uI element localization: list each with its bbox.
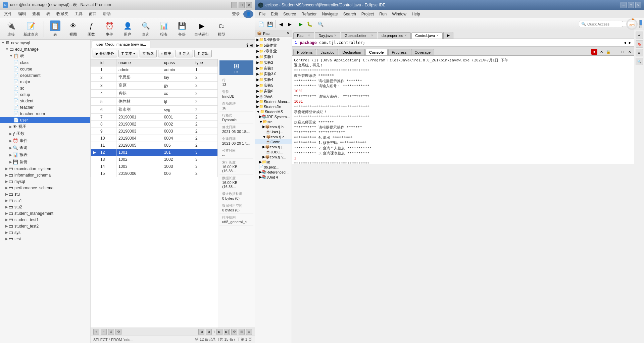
user-button[interactable]: 👤 用户 — [119, 19, 136, 38]
outline-button[interactable]: ≡ — [636, 49, 643, 56]
tree-table-teacher-room[interactable]: 📄 teacher_room — [0, 110, 90, 117]
cell-type[interactable]: 2 — [193, 128, 218, 135]
report-button[interactable]: 📊 报表 — [155, 19, 172, 38]
pkg-db-properties[interactable]: 📄 db.prop... — [255, 164, 292, 169]
table-row[interactable]: 7 20190001 0001 2 — [91, 114, 218, 121]
tree-db-stu2[interactable]: ▶ 🗃 stu2 — [0, 204, 90, 210]
nav-settings-button[interactable]: ⚙ — [115, 329, 121, 335]
pkg-com-tjl-b[interactable]: ▶ 📦 com.tjl.b... — [255, 124, 292, 129]
tree-db-information-schema[interactable]: ▶ 🗃 information_schema — [0, 172, 90, 178]
tree-table-major[interactable]: 📄 major — [0, 79, 90, 85]
tree-queries-node[interactable]: ▶ 🔍 查询 — [0, 144, 90, 151]
maximize-button[interactable]: □ — [239, 2, 245, 8]
pkg-junit4[interactable]: ▶ 📚 JUnit 4 — [255, 175, 292, 180]
grid-button[interactable]: ⊞ — [249, 43, 253, 48]
console-stop-button[interactable]: ✕ — [598, 49, 604, 55]
cell-upass[interactable]: 005 — [162, 142, 193, 149]
cell-type[interactable]: 1 — [193, 66, 218, 74]
cell-type[interactable]: 2 — [193, 121, 218, 128]
pkg-lab6[interactable]: ▶ 📁 实验6 — [255, 88, 292, 94]
editor-tab-guess[interactable]: GuesssLetter... ✕ — [341, 32, 377, 39]
tree-db-student-test1[interactable]: ▶ 🗃 student_test1 — [0, 216, 90, 223]
tab-console[interactable]: Console — [365, 49, 387, 55]
pkg-lib[interactable]: ▶ 📁 lib — [255, 159, 292, 164]
minimize-button[interactable]: ─ — [621, 2, 627, 8]
tree-table-class[interactable]: 📄 class — [0, 59, 90, 66]
pkg-com-tjl-v[interactable]: ▶ 📦 com.tjl.v... — [255, 154, 292, 159]
cell-upass[interactable]: lay — [162, 74, 193, 82]
tree-functions-node[interactable]: ▶ ƒ 函数 — [0, 130, 90, 137]
cell-type[interactable]: 3 — [193, 156, 218, 163]
close-icon[interactable]: ✕ — [308, 34, 310, 37]
menu-project[interactable]: Project — [359, 11, 377, 17]
editor-tab-pac[interactable]: Pac... ✕ — [293, 32, 314, 39]
view-button[interactable]: 👁 视图 — [65, 19, 82, 38]
close-button[interactable]: ✕ — [246, 2, 252, 8]
pkg-student-mana[interactable]: ▶ 📁 Student-Mana... — [255, 99, 292, 104]
tree-db-stu[interactable]: ▶ 🗃 stu — [0, 191, 90, 197]
pkg-lab4[interactable]: ▶ 📁 实验4 — [255, 77, 292, 83]
nav-add-button[interactable]: + — [93, 329, 99, 335]
tab-progress[interactable]: Progress — [388, 49, 410, 55]
info-button[interactable]: ℹ — [246, 43, 248, 48]
pkg-jdbc[interactable]: ☕ JDBC... — [255, 149, 292, 154]
cell-upass[interactable]: 0003 — [162, 128, 193, 135]
cell-id[interactable]: 4 — [98, 90, 116, 98]
tree-db-sys[interactable]: ▶ 🗃 sys — [0, 229, 90, 236]
pkg-3.4-homework[interactable]: ▶ 📁 3.4章作业 — [255, 37, 292, 43]
table-row[interactable]: 3 高原 gy 2 — [91, 82, 218, 90]
query-button[interactable]: 🔍 查询 — [137, 19, 154, 38]
backup-button[interactable]: 💾 备份 — [174, 19, 190, 38]
cell-uname[interactable]: 1001 — [116, 149, 162, 156]
cell-upass[interactable]: 006 — [162, 170, 193, 177]
cell-upass[interactable]: 0002 — [162, 121, 193, 128]
function-button[interactable]: ƒ 函数 — [83, 19, 100, 38]
table-row[interactable]: 4 肖畅 xc 2 — [91, 90, 218, 98]
save-button[interactable]: 💾 — [266, 20, 274, 28]
cell-id[interactable]: 1 — [98, 66, 116, 74]
close-icon[interactable]: ✕ — [371, 34, 374, 37]
menu-file[interactable]: File — [256, 11, 268, 17]
cell-uname[interactable]: 1002 — [116, 156, 162, 163]
menu-source[interactable]: Source — [281, 11, 299, 17]
cell-type[interactable]: 3 — [193, 163, 218, 170]
table-row[interactable]: 10 20190004 0004 2 — [91, 135, 218, 142]
export-button[interactable]: ⬆ 导出 — [194, 50, 212, 57]
pkg-studentjin[interactable]: ▶ 📁 StudentJin — [255, 104, 292, 109]
table-row[interactable]: 1 admin admin 1 — [91, 66, 218, 74]
new-file-button[interactable]: 📄 — [257, 20, 265, 28]
console-scroll-lock[interactable]: 🔒 — [605, 49, 611, 55]
menu-navigate[interactable]: Navigate — [319, 11, 340, 17]
cell-type[interactable]: 2 — [193, 142, 218, 149]
grid-view-button[interactable]: ⊞ — [239, 329, 245, 335]
table-row[interactable]: 6 邵永刚 syg 2 — [91, 106, 218, 114]
cell-upass[interactable]: 1003 — [162, 163, 193, 170]
tree-table-student[interactable]: 📄 student — [0, 98, 90, 104]
cell-upass[interactable]: gy — [162, 82, 193, 90]
minimize-button[interactable]: ─ — [231, 2, 237, 8]
close-icon[interactable]: ✕ — [334, 34, 337, 37]
table-row[interactable]: 9 20190003 0003 2 — [91, 128, 218, 135]
tree-table-course[interactable]: 📄 course — [0, 66, 90, 72]
cell-id[interactable]: 5 — [98, 98, 116, 106]
menu-view[interactable]: 查看 — [30, 10, 43, 17]
search-button[interactable]: 🔍 — [316, 20, 325, 28]
new-query-button[interactable]: 📝 新建查询 — [21, 19, 41, 38]
cell-type[interactable]: 2 — [193, 114, 218, 121]
nav-refresh-button[interactable]: ↺ — [108, 329, 114, 335]
close-panel-button[interactable]: ✕ — [287, 31, 290, 36]
tree-table-teacher[interactable]: 📄 teacher — [0, 104, 90, 110]
tab-coverage[interactable]: Coverage — [411, 49, 435, 55]
tree-tables-node[interactable]: ▼ 📋 表 — [0, 52, 90, 59]
panel-close[interactable]: ✕ — [627, 49, 633, 55]
cell-id[interactable]: 7 — [98, 114, 116, 121]
tree-table-depratment[interactable]: 📄 depratment — [0, 72, 90, 79]
menu-window[interactable]: 窗口 — [86, 10, 99, 17]
menu-help[interactable]: 帮助 — [100, 10, 113, 17]
back-button[interactable]: ◀ — [277, 20, 285, 28]
sort-button[interactable]: ↕ 排序 — [158, 50, 175, 57]
tree-db-student-management[interactable]: ▶ 🗃 student_management — [0, 210, 90, 216]
start-transaction-button[interactable]: ▶ 开始事务 — [93, 50, 117, 57]
cell-id[interactable]: 15 — [98, 170, 116, 177]
close-icon[interactable]: ✕ — [404, 34, 407, 37]
